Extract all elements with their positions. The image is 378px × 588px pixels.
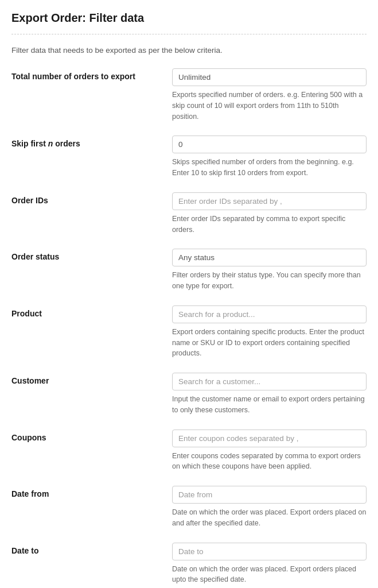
field-col-customer: Input the customer name or email to expo… xyxy=(172,373,367,416)
input-order-ids[interactable] xyxy=(172,192,367,210)
field-col-order-status: Filter orders by their status type. You … xyxy=(172,249,367,292)
field-col-coupons: Enter coupons codes separated by comma t… xyxy=(172,430,367,473)
page-subtitle: Filter data that needs to be exported as… xyxy=(11,46,367,55)
label-col-total-orders: Total number of orders to export xyxy=(11,68,172,81)
field-col-total-orders: Exports specified number of orders. e.g.… xyxy=(172,68,367,122)
form-row-coupons: Coupons Enter coupons codes separated by… xyxy=(11,430,367,473)
hint-order-status: Filter orders by their status type. You … xyxy=(172,270,367,292)
label-coupons: Coupons xyxy=(11,433,46,442)
hint-date-from: Date on which the order was placed. Expo… xyxy=(172,507,367,529)
field-col-skip-orders: Skips specified number of orders from th… xyxy=(172,136,367,179)
label-col-order-ids: Order IDs xyxy=(11,192,172,205)
label-col-date-to: Date to xyxy=(11,543,172,555)
label-product: Product xyxy=(11,309,42,318)
page-container: Export Order: Filter data Filter data th… xyxy=(0,0,378,588)
form-row-order-status: Order status Filter orders by their stat… xyxy=(11,249,367,292)
input-skip-orders[interactable] xyxy=(172,136,367,153)
field-col-date-from: Date on which the order was placed. Expo… xyxy=(172,486,367,529)
label-skip-orders: Skip first n orders xyxy=(11,139,80,148)
field-col-order-ids: Enter order IDs separated by comma to ex… xyxy=(172,192,367,235)
input-date-from[interactable] xyxy=(172,486,367,504)
form-row-date-from: Date from Date on which the order was pl… xyxy=(11,486,367,529)
label-col-date-from: Date from xyxy=(11,486,172,498)
input-product[interactable] xyxy=(172,305,367,323)
label-date-to: Date to xyxy=(11,546,38,555)
label-col-customer: Customer xyxy=(11,373,172,385)
input-date-to[interactable] xyxy=(172,543,367,560)
label-col-coupons: Coupons xyxy=(11,430,172,442)
filter-form: Total number of orders to export Exports… xyxy=(11,68,367,585)
input-customer[interactable] xyxy=(172,373,367,390)
label-order-status: Order status xyxy=(11,252,59,261)
label-order-ids: Order IDs xyxy=(11,196,48,205)
section-divider xyxy=(11,34,367,34)
form-row-skip-orders: Skip first n orders Skips specified numb… xyxy=(11,136,367,179)
label-col-skip-orders: Skip first n orders xyxy=(11,136,172,148)
label-total-orders: Total number of orders to export xyxy=(11,72,135,81)
field-col-date-to: Date on which the order was placed. Expo… xyxy=(172,543,367,586)
form-row-order-ids: Order IDs Enter order IDs separated by c… xyxy=(11,192,367,235)
hint-total-orders: Exports specified number of orders. e.g.… xyxy=(172,90,367,122)
label-col-product: Product xyxy=(11,305,172,318)
hint-customer: Input the customer name or email to expo… xyxy=(172,394,367,416)
hint-order-ids: Enter order IDs separated by comma to ex… xyxy=(172,214,367,235)
label-col-order-status: Order status xyxy=(11,249,172,261)
label-customer: Customer xyxy=(11,376,49,385)
input-coupons[interactable] xyxy=(172,430,367,447)
page-title: Export Order: Filter data xyxy=(11,11,367,25)
hint-coupons: Enter coupons codes separated by comma t… xyxy=(172,451,367,473)
form-row-total-orders: Total number of orders to export Exports… xyxy=(11,68,367,122)
form-row-product: Product Export orders containing specifi… xyxy=(11,305,367,359)
input-order-status[interactable] xyxy=(172,249,367,266)
field-col-product: Export orders containing specific produc… xyxy=(172,305,367,359)
form-row-customer: Customer Input the customer name or emai… xyxy=(11,373,367,416)
hint-date-to: Date on which the order was placed. Expo… xyxy=(172,564,367,586)
hint-product: Export orders containing specific produc… xyxy=(172,327,367,359)
form-row-date-to: Date to Date on which the order was plac… xyxy=(11,543,367,586)
hint-skip-orders: Skips specified number of orders from th… xyxy=(172,157,367,179)
input-total-orders[interactable] xyxy=(172,68,367,86)
label-date-from: Date from xyxy=(11,489,49,498)
